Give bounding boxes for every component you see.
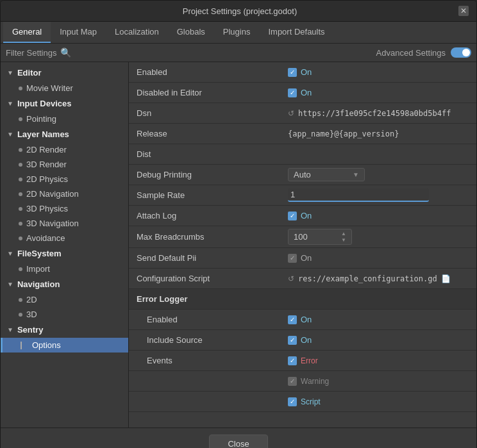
tab-globals[interactable]: Globals	[168, 22, 214, 43]
sidebar-item-avoidance[interactable]: Avoidance	[1, 231, 128, 245]
tab-localization[interactable]: Localization	[106, 22, 168, 43]
sample-rate-input[interactable]: 1	[288, 188, 429, 202]
setting-row-events-warning: ✓ Warning	[129, 371, 476, 392]
sidebar-item-2d-render[interactable]: 2D Render	[1, 142, 128, 157]
sidebar-item-pointing[interactable]: Pointing	[1, 112, 128, 126]
checkbox-send-default-pii[interactable]: ✓ On	[288, 253, 312, 263]
sidebar-group-editor[interactable]: ▼ Editor	[1, 65, 128, 81]
dot-icon	[19, 207, 22, 211]
error-label: Error	[301, 356, 318, 365]
check-icon: ✓	[288, 397, 297, 406]
sidebar-item-label-pointing: Pointing	[26, 114, 56, 124]
checkbox-events-script[interactable]: ✓ Script	[288, 397, 321, 406]
sidebar-group-label-sentry: Sentry	[17, 325, 43, 335]
error-logger-enabled-on-label: On	[301, 315, 312, 324]
advanced-settings-toggle[interactable]	[451, 47, 471, 58]
spin-arrows[interactable]: ▲ ▼	[341, 231, 346, 243]
sidebar-group-input-devices[interactable]: ▼ Input Devices	[1, 95, 128, 112]
setting-row-debug-printing: Debug Printing Auto ▼	[129, 165, 476, 185]
spin-up-icon[interactable]: ▲	[341, 231, 346, 237]
arrow-icon: ▼	[7, 250, 13, 257]
sidebar-group-label-navigation: Navigation	[17, 279, 60, 289]
reset-icon[interactable]: ↺	[288, 274, 294, 283]
arrow-icon: ▼	[7, 281, 13, 288]
sidebar-item-label-2d-physics: 2D Physics	[26, 174, 68, 184]
project-settings-window: Project Settings (project.godot) ✕ Gener…	[0, 0, 477, 448]
tab-general[interactable]: General	[3, 22, 51, 43]
filter-bar: Filter Settings 🔍 Advanced Settings	[1, 44, 476, 62]
sidebar-item-movie-writer[interactable]: Movie Writer	[1, 81, 128, 95]
enabled-on-label: On	[301, 67, 312, 77]
titlebar: Project Settings (project.godot) ✕	[1, 1, 476, 22]
sidebar-group-sentry[interactable]: ▼ Sentry	[1, 322, 128, 338]
setting-value-dist	[283, 152, 476, 157]
sidebar-item-options[interactable]: Options	[1, 338, 128, 353]
setting-label-configuration-script: Configuration Script	[129, 271, 283, 286]
sidebar-item-3d-navigation[interactable]: 3D Navigation	[1, 216, 128, 231]
setting-label-error-logger-enabled: Enabled	[129, 312, 283, 327]
setting-row-dsn: Dsn ↺ https://3f1e095cf2e14598a0bd5b4ff	[129, 103, 476, 124]
sidebar-group-navigation[interactable]: ▼ Navigation	[1, 276, 128, 292]
include-source-on-label: On	[301, 335, 312, 345]
dot-icon	[19, 87, 22, 90]
checkbox-events-error[interactable]: ✓ Error	[288, 356, 318, 365]
filter-label: Filter Settings	[6, 48, 56, 58]
reset-icon[interactable]: ↺	[288, 109, 294, 118]
max-breadcrumbs-value: 100	[294, 232, 308, 242]
setting-row-events-error: Events ✓ Error	[129, 351, 476, 371]
dot-icon	[19, 236, 22, 240]
setting-label-dsn: Dsn	[129, 106, 283, 120]
tab-input-map[interactable]: Input Map	[51, 22, 106, 43]
dot-icon	[19, 148, 22, 152]
check-icon: ✓	[288, 356, 297, 365]
window-close-button[interactable]: ✕	[458, 6, 469, 16]
setting-label-events-script-empty	[129, 399, 283, 404]
dot-icon	[19, 313, 22, 317]
tab-plugins[interactable]: Plugins	[214, 22, 260, 43]
tree-line-icon	[21, 342, 26, 349]
sidebar-item-3d[interactable]: 3D	[1, 307, 128, 322]
checkbox-error-logger-enabled[interactable]: ✓ On	[288, 315, 312, 324]
sidebar-group-label-editor: Editor	[17, 68, 42, 78]
max-breadcrumbs-spin[interactable]: 100 ▲ ▼	[288, 229, 352, 245]
disabled-in-editor-on-label: On	[301, 88, 312, 97]
sidebar-group-filesystem[interactable]: ▼ FileSystem	[1, 245, 128, 261]
sidebar-item-2d-navigation[interactable]: 2D Navigation	[1, 187, 128, 201]
dot-icon	[19, 267, 22, 271]
sidebar-item-2d-physics[interactable]: 2D Physics	[1, 172, 128, 187]
sidebar-group-label-input-devices: Input Devices	[17, 99, 72, 108]
check-icon: ✓	[288, 336, 297, 345]
sidebar-group-layer-names[interactable]: ▼ Layer Names	[1, 126, 128, 142]
checkbox-events-warning[interactable]: ✓ Warning	[288, 377, 329, 386]
sidebar-item-import[interactable]: Import	[1, 261, 128, 276]
sidebar-item-3d-render[interactable]: 3D Render	[1, 157, 128, 172]
setting-row-enabled: Enabled ✓ On	[129, 62, 476, 83]
error-logger-header: Error Logger	[129, 289, 476, 310]
check-icon: ✓	[288, 88, 297, 97]
setting-label-include-source: Include Source	[129, 333, 283, 347]
sidebar-item-label-2d-render: 2D Render	[26, 145, 67, 154]
spin-down-icon[interactable]: ▼	[341, 237, 346, 244]
configuration-script-value: res://example_configuration.gd	[298, 274, 437, 283]
checkbox-include-source[interactable]: ✓ On	[288, 335, 312, 345]
folder-icon[interactable]: 📄	[441, 274, 451, 283]
checkbox-disabled-in-editor[interactable]: ✓ On	[288, 88, 312, 97]
setting-row-include-source: Include Source ✓ On	[129, 330, 476, 351]
setting-value-max-breadcrumbs: 100 ▲ ▼	[283, 226, 476, 247]
debug-printing-select[interactable]: Auto ▼	[288, 168, 365, 181]
setting-row-dist: Dist	[129, 144, 476, 165]
dot-icon	[19, 178, 22, 181]
tab-import-defaults[interactable]: Import Defaults	[259, 22, 333, 43]
setting-row-disabled-in-editor: Disabled in Editor ✓ On	[129, 83, 476, 103]
release-value: {app_name}@{app_version}	[288, 129, 399, 138]
search-icon[interactable]: 🔍	[60, 47, 71, 58]
error-logger-label: Error Logger	[129, 292, 283, 306]
checkbox-attach-log[interactable]: ✓ On	[288, 211, 312, 220]
close-button[interactable]: Close	[209, 435, 267, 448]
sidebar-item-3d-physics[interactable]: 3D Physics	[1, 201, 128, 216]
sidebar-item-2d[interactable]: 2D	[1, 292, 128, 307]
setting-row-error-logger-enabled: Enabled ✓ On	[129, 310, 476, 330]
script-label: Script	[301, 397, 321, 406]
sidebar-item-label-movie-writer: Movie Writer	[26, 83, 73, 93]
checkbox-enabled[interactable]: ✓ On	[288, 67, 312, 77]
